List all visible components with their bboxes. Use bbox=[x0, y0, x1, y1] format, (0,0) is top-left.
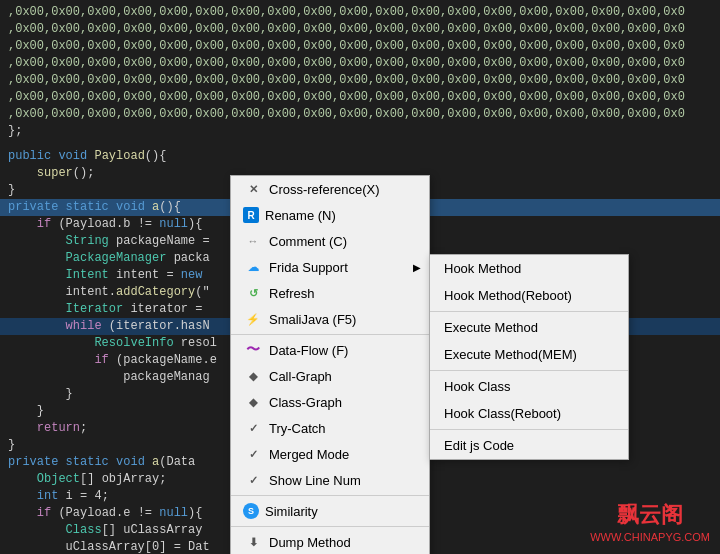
submenu-execute-method-mem[interactable]: Execute Method(MEM) bbox=[430, 341, 628, 368]
menu-label-similarity: Similarity bbox=[265, 504, 318, 519]
menu-label-rename: Rename (N) bbox=[265, 208, 336, 223]
submenu-hook-method-reboot[interactable]: Hook Method(Reboot) bbox=[430, 282, 628, 309]
menu-label-call-graph: Call-Graph bbox=[269, 369, 332, 384]
context-menu: ✕ Cross-reference(X) R Rename (N) ↔ Comm… bbox=[230, 175, 430, 554]
menu-separator-2 bbox=[231, 495, 429, 496]
code-line: ,0x00,0x00,0x00,0x00,0x00,0x00,0x00,0x00… bbox=[0, 106, 720, 123]
menu-item-dump-method[interactable]: ⬇ Dump Method bbox=[231, 529, 429, 554]
merged-mode-icon: ✓ bbox=[243, 446, 263, 462]
code-line: ,0x00,0x00,0x00,0x00,0x00,0x00,0x00,0x00… bbox=[0, 38, 720, 55]
submenu-label-hook-method-reboot: Hook Method(Reboot) bbox=[444, 288, 572, 303]
submenu-separator-1 bbox=[430, 311, 628, 312]
menu-item-class-graph[interactable]: ◆ Class-Graph bbox=[231, 389, 429, 415]
menu-separator-1 bbox=[231, 334, 429, 335]
submenu-hook-class-reboot[interactable]: Hook Class(Reboot) bbox=[430, 400, 628, 427]
code-line: public void Payload(){ bbox=[0, 148, 720, 165]
frida-submenu: Hook Method Hook Method(Reboot) Execute … bbox=[429, 254, 629, 460]
menu-label-data-flow: Data-Flow (F) bbox=[269, 343, 348, 358]
rename-icon: R bbox=[243, 207, 259, 223]
comment-icon: ↔ bbox=[243, 233, 263, 249]
menu-label-cross-reference: Cross-reference(X) bbox=[269, 182, 380, 197]
menu-label-dump-method: Dump Method bbox=[269, 535, 351, 550]
submenu-label-execute-method-mem: Execute Method(MEM) bbox=[444, 347, 577, 362]
class-graph-icon: ◆ bbox=[243, 394, 263, 410]
show-line-num-icon: ✓ bbox=[243, 472, 263, 488]
menu-item-rename[interactable]: R Rename (N) bbox=[231, 202, 429, 228]
menu-item-smalijava[interactable]: ⚡ SmaliJava (F5) bbox=[231, 306, 429, 332]
submenu-label-hook-method: Hook Method bbox=[444, 261, 521, 276]
code-line: ,0x00,0x00,0x00,0x00,0x00,0x00,0x00,0x00… bbox=[0, 89, 720, 106]
menu-item-comment[interactable]: ↔ Comment (C) bbox=[231, 228, 429, 254]
call-graph-icon: ◆ bbox=[243, 368, 263, 384]
submenu-edit-js-code[interactable]: Edit js Code bbox=[430, 432, 628, 459]
menu-label-refresh: Refresh bbox=[269, 286, 315, 301]
menu-label-show-line-num: Show Line Num bbox=[269, 473, 361, 488]
dump-method-icon: ⬇ bbox=[243, 534, 263, 550]
menu-item-cross-reference[interactable]: ✕ Cross-reference(X) bbox=[231, 176, 429, 202]
menu-label-merged-mode: Merged Mode bbox=[269, 447, 349, 462]
cross-reference-icon: ✕ bbox=[243, 181, 263, 197]
code-line: ,0x00,0x00,0x00,0x00,0x00,0x00,0x00,0x00… bbox=[0, 4, 720, 21]
submenu-separator-2 bbox=[430, 370, 628, 371]
menu-item-refresh[interactable]: ↺ Refresh bbox=[231, 280, 429, 306]
menu-label-frida: Frida Support bbox=[269, 260, 348, 275]
submenu-label-edit-js-code: Edit js Code bbox=[444, 438, 514, 453]
frida-icon: ☁ bbox=[243, 259, 263, 275]
code-line: }; bbox=[0, 123, 720, 140]
submenu-label-execute-method: Execute Method bbox=[444, 320, 538, 335]
menu-label-try-catch: Try-Catch bbox=[269, 421, 326, 436]
menu-label-comment: Comment (C) bbox=[269, 234, 347, 249]
data-flow-icon: 〜 bbox=[243, 342, 263, 358]
refresh-icon: ↺ bbox=[243, 285, 263, 301]
submenu-label-hook-class: Hook Class bbox=[444, 379, 510, 394]
similarity-icon: S bbox=[243, 503, 259, 519]
menu-item-show-line-num[interactable]: ✓ Show Line Num bbox=[231, 467, 429, 493]
menu-item-frida-support[interactable]: ☁ Frida Support Hook Method Hook Method(… bbox=[231, 254, 429, 280]
watermark: 飘云阁 WWW.CHINAPYG.COM bbox=[590, 501, 710, 544]
menu-item-merged-mode[interactable]: ✓ Merged Mode bbox=[231, 441, 429, 467]
submenu-label-hook-class-reboot: Hook Class(Reboot) bbox=[444, 406, 561, 421]
code-line: ,0x00,0x00,0x00,0x00,0x00,0x00,0x00,0x00… bbox=[0, 55, 720, 72]
menu-item-call-graph[interactable]: ◆ Call-Graph bbox=[231, 363, 429, 389]
menu-label-smalijava: SmaliJava (F5) bbox=[269, 312, 356, 327]
submenu-separator-3 bbox=[430, 429, 628, 430]
watermark-english: WWW.CHINAPYG.COM bbox=[590, 530, 710, 544]
submenu-execute-method[interactable]: Execute Method bbox=[430, 314, 628, 341]
menu-separator-3 bbox=[231, 526, 429, 527]
menu-label-class-graph: Class-Graph bbox=[269, 395, 342, 410]
submenu-hook-method[interactable]: Hook Method bbox=[430, 255, 628, 282]
try-catch-icon: ✓ bbox=[243, 420, 263, 436]
watermark-chinese: 飘云阁 bbox=[590, 501, 710, 530]
menu-item-data-flow[interactable]: 〜 Data-Flow (F) bbox=[231, 337, 429, 363]
code-line: ,0x00,0x00,0x00,0x00,0x00,0x00,0x00,0x00… bbox=[0, 21, 720, 38]
submenu-hook-class[interactable]: Hook Class bbox=[430, 373, 628, 400]
menu-item-try-catch[interactable]: ✓ Try-Catch bbox=[231, 415, 429, 441]
smalijava-icon: ⚡ bbox=[243, 311, 263, 327]
code-line: ,0x00,0x00,0x00,0x00,0x00,0x00,0x00,0x00… bbox=[0, 72, 720, 89]
menu-item-similarity[interactable]: S Similarity bbox=[231, 498, 429, 524]
